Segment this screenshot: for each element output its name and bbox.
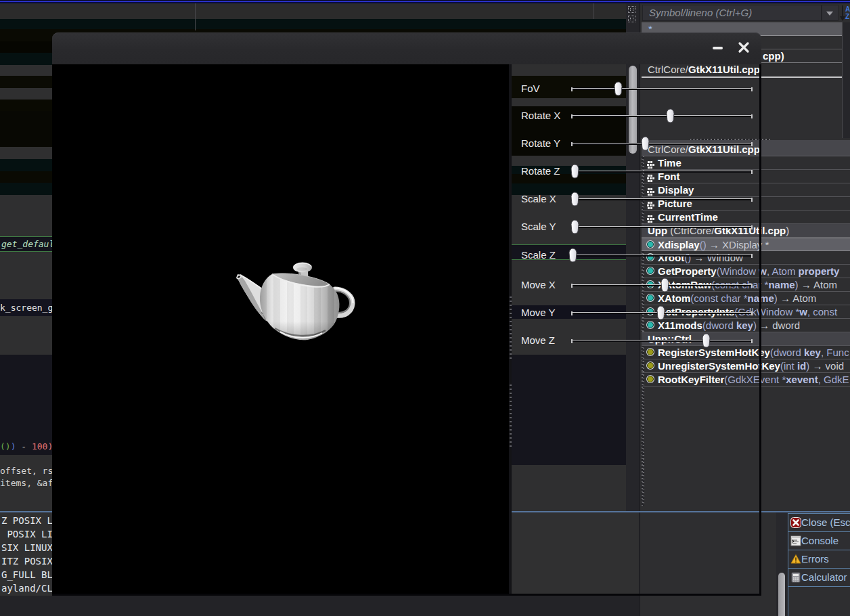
editor-line-highlight xyxy=(0,19,195,29)
console-icon xyxy=(790,535,801,546)
slider-thumb-move-z[interactable] xyxy=(702,333,711,348)
slider-track-fov[interactable] xyxy=(572,88,752,90)
symbol-search-placeholder: Symbol/lineno (Ctrl+G) xyxy=(649,5,752,20)
errors-button[interactable]: Errors xyxy=(788,550,850,569)
console-output-line: Z POSIX LI xyxy=(1,515,58,526)
slider-thumb-scale-z[interactable] xyxy=(568,248,577,263)
teapot-viewer-window: FoVRotate XRotate YRotate ZScale XScale … xyxy=(52,32,761,596)
console-output-line: G_FULL BLI xyxy=(1,569,58,580)
minimize-button[interactable] xyxy=(713,47,723,49)
slider-thumb-rotate-z[interactable] xyxy=(571,164,579,179)
slider-track-rotate-z[interactable] xyxy=(572,171,752,173)
panel-scrollbar-thumb[interactable] xyxy=(778,573,785,616)
slider-thumb-scale-x[interactable] xyxy=(571,192,579,206)
slider-thumb-move-x[interactable] xyxy=(661,278,669,292)
code-fragment: items, &aft xyxy=(0,477,58,489)
slider-track-scale-z[interactable] xyxy=(572,255,752,257)
code-fragment: offset, rsi xyxy=(0,465,58,477)
slider-thumb-rotate-x[interactable] xyxy=(666,108,675,123)
side-button-column xyxy=(788,586,850,616)
symbol-search-dropdown-button[interactable] xyxy=(822,5,838,21)
slider-track-scale-y[interactable] xyxy=(572,226,752,228)
slider-track-scale-x[interactable] xyxy=(572,198,752,200)
slider-label-rotate-z: Rotate Z xyxy=(521,165,560,177)
slider-track-rotate-y[interactable] xyxy=(572,143,752,145)
slider-label-rotate-x: Rotate X xyxy=(521,110,560,121)
slider-track-move-z[interactable] xyxy=(572,340,752,342)
side-button-label: Errors xyxy=(801,550,829,568)
viewer-bottom-border xyxy=(52,594,761,596)
side-button-label: Console xyxy=(801,532,838,550)
slider-thumb-move-y[interactable] xyxy=(656,305,665,320)
calculator-icon xyxy=(790,572,801,583)
warning-icon xyxy=(790,554,801,565)
console-output-line: SIX LINUX xyxy=(1,542,58,553)
close-red-icon xyxy=(790,517,801,528)
panel-scroll-gutter xyxy=(842,22,850,138)
side-button-label: Close (Esc) xyxy=(801,514,850,531)
editor-config-icon[interactable] xyxy=(628,6,635,13)
chevron-down-icon xyxy=(826,12,833,16)
console-output-line: ITZ POSIX xyxy=(1,556,58,567)
console-button[interactable]: Console xyxy=(788,531,850,550)
side-button-label: Calculator xyxy=(801,569,847,586)
slider-thumb-fov[interactable] xyxy=(614,81,623,96)
gl-viewport[interactable] xyxy=(52,64,509,596)
close-esc--button[interactable]: Close (Esc) xyxy=(788,513,850,532)
slider-label-move-z: Move Z xyxy=(521,334,555,346)
slider-thumb-scale-y[interactable] xyxy=(571,219,579,234)
viewer-edge-grip xyxy=(510,384,512,447)
editor-line-highlight xyxy=(0,3,195,19)
code-fragment: k_screen_ge xyxy=(0,302,58,313)
editor-split-divider xyxy=(195,3,196,30)
close-button[interactable] xyxy=(736,39,752,56)
code-fragment: ()) - 100), xyxy=(0,441,58,452)
viewer-edge-grip xyxy=(510,296,512,359)
editor-line-highlight xyxy=(195,19,626,29)
slider-label-scale-y: Scale Y xyxy=(521,221,556,232)
editor-split-icon[interactable] xyxy=(628,16,635,22)
viewer-titlebar[interactable] xyxy=(52,32,761,64)
console-output-line: ayland/CLA xyxy=(1,583,58,594)
sort-letters: AZ xyxy=(845,5,850,20)
code-fragment: get_default xyxy=(1,238,60,250)
tabbar-divider xyxy=(594,3,594,19)
slider-track-rotate-x[interactable] xyxy=(572,115,752,117)
slider-label-move-x: Move X xyxy=(521,279,556,290)
slider-label-move-y: Move Y xyxy=(521,307,556,318)
symbol-search-input[interactable]: Symbol/lineno (Ctrl+G) xyxy=(642,5,822,21)
slider-label-scale-z: Scale Z xyxy=(521,249,556,261)
slider-label-rotate-y: Rotate Y xyxy=(521,137,560,149)
sort-alpha-icon[interactable]: AZ xyxy=(840,5,850,23)
utah-teapot xyxy=(230,259,357,347)
viewer-right-border xyxy=(759,64,761,596)
slider-label-scale-x: Scale X xyxy=(521,193,556,204)
editor-line-highlight xyxy=(195,3,626,19)
calculator-button[interactable]: Calculator xyxy=(788,568,850,587)
slider-thumb-rotate-y[interactable] xyxy=(641,136,650,151)
slider-label-fov: FoV xyxy=(521,83,540,94)
console-output-line: POSIX LIN xyxy=(1,529,58,540)
